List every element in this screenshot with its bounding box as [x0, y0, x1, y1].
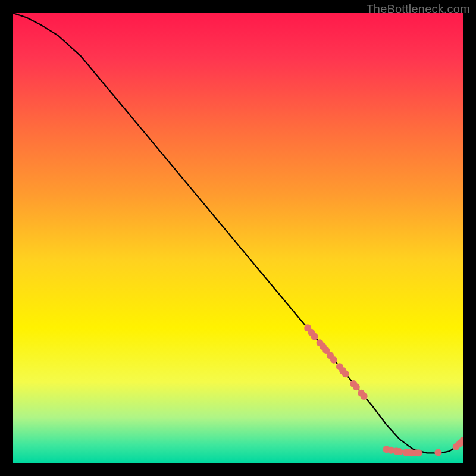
curve-marker: [353, 383, 360, 390]
watermark-label: TheBottleneck.com: [366, 2, 470, 16]
curve-marker: [361, 393, 368, 400]
plot-area: [13, 13, 463, 463]
curve-marker: [434, 449, 441, 456]
curve-marker: [330, 356, 337, 364]
gradient-background: [13, 13, 463, 463]
curve-marker: [342, 370, 349, 377]
curve-marker: [415, 449, 422, 456]
curve-marker: [311, 333, 318, 340]
chart-stage: TheBottleneck.com: [0, 0, 476, 476]
curve-marker: [396, 448, 403, 455]
chart-svg: [13, 13, 463, 463]
